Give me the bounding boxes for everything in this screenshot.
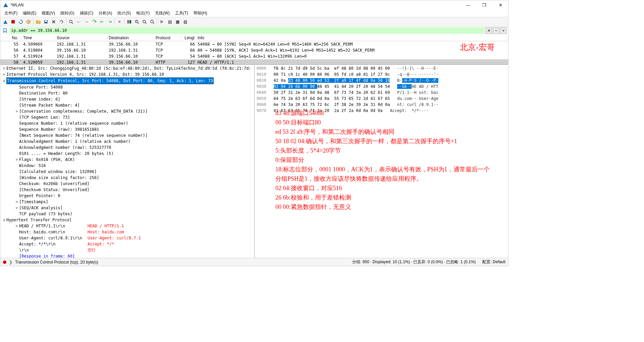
- close-button[interactable]: ✕: [495, 1, 505, 9]
- restart-capture-icon[interactable]: [17, 18, 24, 25]
- tree-row[interactable]: Destination Port: 80: [0, 90, 254, 96]
- start-capture-icon[interactable]: [2, 18, 9, 25]
- tree-row[interactable]: >HEAD / HTTP/1.1\r\nHEAD / HTTP/1.1: [0, 223, 254, 229]
- expand-icon[interactable]: >: [2, 65, 6, 71]
- filter-clear-button[interactable]: ✕: [485, 27, 492, 34]
- expand-icon[interactable]: ∨: [2, 217, 6, 223]
- menu-tools[interactable]: 工具(T): [173, 10, 190, 17]
- tree-row[interactable]: [Calculated window size: 132096]: [0, 169, 254, 175]
- col-destination[interactable]: Destination: [107, 36, 154, 40]
- hex-row[interactable]: 0050 64 75 2e 63 6f 6d 0d 0a 55 73 65 72…: [257, 96, 506, 102]
- tree-row[interactable]: Acknowledgment Number: 1 (relative ack n…: [0, 138, 254, 145]
- tree-row[interactable]: >[Timestamps]: [0, 199, 254, 205]
- close-file-icon[interactable]: [50, 18, 57, 25]
- tree-row[interactable]: TCP payload (73 bytes): [0, 211, 254, 217]
- hex-row[interactable]: 0030 02 04 26 6b 00 00 48 45 41 44 20 2f…: [257, 83, 506, 90]
- tree-row[interactable]: Window: 516: [0, 163, 254, 169]
- expand-icon[interactable]: >: [14, 205, 19, 211]
- menu-file[interactable]: 文件(F): [2, 10, 19, 17]
- tree-row[interactable]: Sequence Number (raw): 3981651881: [0, 126, 254, 132]
- col-protocol[interactable]: Protocol: [154, 36, 181, 40]
- tree-row[interactable]: ∨Transmission Control Protocol, Src Port…: [0, 77, 254, 84]
- tree-row[interactable]: User-Agent: curl/8.9.1\r\nUser-Agent: cu…: [0, 235, 254, 241]
- auto-scroll-icon[interactable]: ≡: [116, 18, 123, 25]
- menu-go[interactable]: 跳转(G): [58, 10, 76, 17]
- tree-row[interactable]: [Response in frame: 60]: [0, 253, 254, 258]
- menu-statistics[interactable]: 统计(S): [115, 10, 133, 17]
- col-source[interactable]: Source: [55, 36, 107, 40]
- open-file-icon[interactable]: [35, 18, 42, 25]
- expand-icon[interactable]: >: [14, 199, 19, 205]
- tree-row[interactable]: Host: baidu.com\r\nHost: baidu.com: [0, 229, 254, 235]
- tree-row[interactable]: >Flags: 0x018 (PSH, ACK): [0, 157, 254, 163]
- maximize-button[interactable]: ❐: [479, 1, 489, 9]
- tree-row[interactable]: [TCP Segment Len: 73]: [0, 114, 254, 120]
- hex-row[interactable]: 0000 f8 8c 21 7d d9 5d 5c ba ef 48 80 2d…: [257, 65, 506, 71]
- tree-row[interactable]: Sequence Number: 1 (relative sequence nu…: [0, 120, 254, 126]
- tree-row[interactable]: ∨Hypertext Transfer Protocol: [0, 217, 254, 223]
- expand-icon[interactable]: >: [14, 223, 19, 229]
- menu-capture[interactable]: 捕获(C): [78, 10, 96, 17]
- display-filter-input[interactable]: [9, 27, 485, 34]
- col-length[interactable]: Lengt: [181, 36, 196, 40]
- tree-row[interactable]: [Checksum Status: Unverified]: [0, 187, 254, 193]
- hex-row[interactable]: 0010 00 71 c9 1c 40 00 80 06 05 fd c0 a8…: [257, 71, 506, 77]
- capture-options-icon[interactable]: [25, 18, 32, 25]
- reload-icon[interactable]: [58, 18, 65, 25]
- filter-add-button[interactable]: +: [500, 27, 507, 34]
- tree-row[interactable]: Urgent Pointer: 0: [0, 193, 254, 199]
- resize-columns-icon[interactable]: ⫸: [158, 18, 166, 25]
- details-pane[interactable]: >Ethernet II, Src: ChongqingFug_48:80:2d…: [0, 65, 255, 258]
- capture-file-icon[interactable]: ❯: [9, 260, 12, 265]
- tree-row[interactable]: [Stream Packet Number: 4]: [0, 102, 254, 108]
- save-file-icon[interactable]: [42, 18, 50, 25]
- menu-edit[interactable]: 编辑(E): [21, 10, 38, 17]
- tree-row[interactable]: Checksum: 0x266b [unverified]: [0, 181, 254, 187]
- tree-row[interactable]: [Next Sequence Number: 74 (relative sequ…: [0, 132, 254, 138]
- find-icon[interactable]: [67, 18, 75, 25]
- tree-row[interactable]: >Internet Protocol Version 4, Src: 192.1…: [0, 71, 254, 77]
- tree-row[interactable]: >Ethernet II, Src: ChongqingFug_48:80:2d…: [0, 65, 254, 71]
- go-back-icon[interactable]: ←: [75, 18, 83, 25]
- menu-wireless[interactable]: 无线(W): [153, 10, 171, 17]
- go-forward-icon[interactable]: →: [83, 18, 90, 25]
- zoom-out-icon[interactable]: -: [141, 18, 148, 25]
- expert-info-icon[interactable]: [3, 261, 6, 264]
- tree-row[interactable]: >[Conversation completeness: Complete, W…: [0, 108, 254, 114]
- expand-icon[interactable]: >: [14, 108, 19, 114]
- menu-telephony[interactable]: 电话(Y): [134, 10, 152, 17]
- menu-analyze[interactable]: 分析(A): [97, 10, 114, 17]
- packet-row[interactable]: 554.509069192.168.1.3139.156.66.10TCP665…: [0, 41, 508, 47]
- expand-icon[interactable]: ∨: [2, 78, 6, 84]
- tree-row[interactable]: 0101 .... = Header Length: 20 bytes (5): [0, 151, 254, 157]
- menu-help[interactable]: 帮助(H): [192, 10, 209, 17]
- tree-row[interactable]: Accept: */*\r\nAccept: */*: [0, 241, 254, 247]
- bookmark-icon[interactable]: [2, 27, 8, 34]
- col-no[interactable]: No.: [0, 36, 22, 40]
- zoom-reset-icon[interactable]: [149, 18, 156, 25]
- filter-apply-button[interactable]: →: [493, 27, 499, 34]
- hex-row[interactable]: 0060 6e 74 3a 20 63 75 72 6c 2f 38 2e 39…: [257, 102, 506, 108]
- tree-row[interactable]: Source Port: 54088: [0, 84, 254, 90]
- packet-row[interactable]: 574.519924192.168.1.3139.156.66.10TCP545…: [0, 53, 508, 59]
- hex-row[interactable]: 0020 42 0a d3 48 00 50 ed 53 2f a9 1f 4f…: [257, 77, 506, 83]
- tree-row[interactable]: Acknowledgment number (raw): 525327770: [0, 145, 254, 151]
- packet-row[interactable]: 564.51980439.156.66.10192.168.1.31TCP668…: [0, 47, 508, 53]
- packet-list[interactable]: No. Time Source Destination Protocol Len…: [0, 35, 508, 65]
- col-time[interactable]: Time: [22, 36, 55, 40]
- expand-icon[interactable]: >: [14, 157, 19, 163]
- layout-icon[interactable]: ▤: [166, 18, 173, 25]
- tree-row[interactable]: [Window size scaling factor: 256]: [0, 175, 254, 181]
- menu-view[interactable]: 视图(V): [40, 10, 57, 17]
- colorize-icon[interactable]: [125, 18, 133, 25]
- go-first-icon[interactable]: ⇤: [98, 18, 106, 25]
- expand-icon[interactable]: >: [2, 71, 6, 77]
- zoom-in-icon[interactable]: +: [133, 18, 141, 25]
- tree-row[interactable]: [Stream index: 6]: [0, 96, 254, 102]
- packet-row[interactable]: 584.520059192.168.1.3139.156.66.10HTTP12…: [0, 59, 508, 65]
- stop-capture-icon[interactable]: [9, 18, 17, 25]
- go-last-icon[interactable]: ⇥: [106, 18, 113, 25]
- tree-row[interactable]: >[SEQ/ACK analysis]: [0, 205, 254, 211]
- tree-row[interactable]: \r\n空行: [0, 247, 254, 253]
- minimize-button[interactable]: —: [463, 1, 473, 9]
